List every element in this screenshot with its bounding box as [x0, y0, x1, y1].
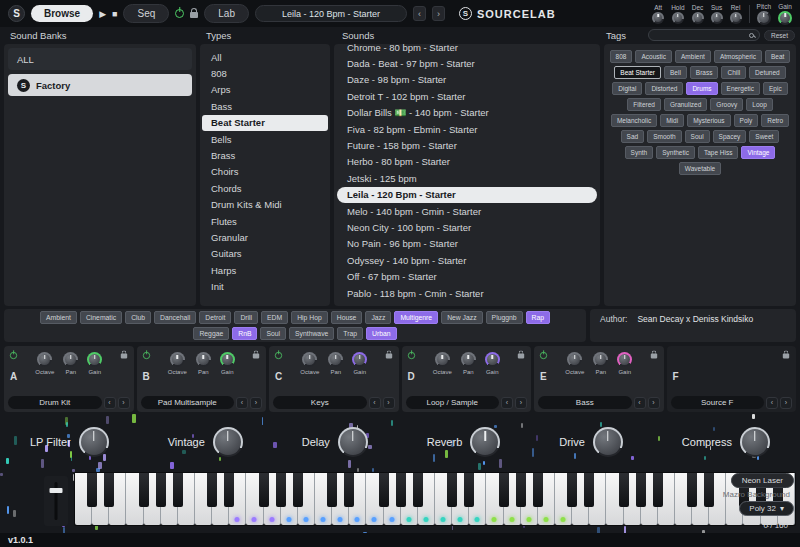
- tag-poly[interactable]: Poly: [734, 114, 759, 127]
- tag-808[interactable]: 808: [610, 50, 633, 63]
- tag-spacey[interactable]: Spacey: [713, 130, 747, 143]
- fader-handle[interactable]: [50, 488, 63, 493]
- sound-item[interactable]: Leila - 120 Bpm - Starter: [337, 187, 597, 203]
- lab-tab[interactable]: Lab: [204, 4, 249, 23]
- tag-energetic[interactable]: Energetic: [721, 82, 760, 95]
- tag-midi[interactable]: Midi: [660, 114, 684, 127]
- sound-item[interactable]: Pablo - 118 bpm - Cmin - Starter: [337, 285, 597, 301]
- pitch-knob[interactable]: [757, 11, 771, 25]
- black-key[interactable]: [567, 473, 577, 507]
- black-key[interactable]: [259, 473, 269, 507]
- channel-knob-gain[interactable]: [352, 352, 367, 367]
- tag-distorted[interactable]: Distorted: [645, 82, 683, 95]
- black-key[interactable]: [224, 473, 234, 507]
- tag-loop[interactable]: Loop: [746, 98, 772, 111]
- play-icon[interactable]: ▶: [99, 9, 106, 19]
- fx-knob-vintage[interactable]: [213, 427, 243, 457]
- black-key[interactable]: [276, 473, 286, 507]
- black-key[interactable]: [139, 473, 149, 507]
- genre-tag-drill[interactable]: Drill: [234, 311, 258, 324]
- tag-epic[interactable]: Epic: [763, 82, 788, 95]
- genre-tag-urban[interactable]: Urban: [366, 327, 397, 340]
- reset-button[interactable]: Reset: [764, 30, 795, 41]
- stop-icon[interactable]: ■: [112, 9, 117, 19]
- fx-knob-compress[interactable]: [740, 427, 770, 457]
- genre-tag-club[interactable]: Club: [125, 311, 151, 324]
- channel-prev-button[interactable]: ‹: [104, 397, 116, 409]
- bank-item-all[interactable]: ALL: [8, 48, 192, 70]
- channel-name[interactable]: Loop / Sample: [406, 396, 500, 409]
- channel-lock-icon[interactable]: [120, 354, 126, 359]
- channel-power-icon[interactable]: [142, 352, 149, 359]
- preset-prev-button[interactable]: ‹: [413, 6, 426, 21]
- black-key[interactable]: [379, 473, 389, 507]
- tag-retro[interactable]: Retro: [761, 114, 789, 127]
- channel-knob-octave[interactable]: [170, 352, 185, 367]
- tag-acoustic[interactable]: Acoustic: [635, 50, 672, 63]
- type-item-all[interactable]: All: [202, 49, 328, 65]
- volume-fader[interactable]: [44, 476, 68, 526]
- sound-item[interactable]: Dollar Bills 💵 - 140 bpm - Starter: [337, 105, 597, 121]
- tag-soul[interactable]: Soul: [685, 130, 710, 143]
- genre-tag-new-jazz[interactable]: New Jazz: [441, 311, 482, 324]
- channel-name[interactable]: Drum Kit: [8, 396, 102, 409]
- type-item-init[interactable]: Init: [202, 278, 328, 294]
- genre-tag-reggae[interactable]: Reggae: [193, 327, 229, 340]
- fx-knob-lp-filter[interactable]: [79, 427, 109, 457]
- sound-item[interactable]: Chrome - 80 bpm - Starter: [337, 44, 597, 55]
- tag-synth[interactable]: Synth: [625, 146, 654, 159]
- tag-chill[interactable]: Chill: [721, 66, 746, 79]
- channel-prev-button[interactable]: ‹: [369, 397, 381, 409]
- sound-item[interactable]: No Pain - 96 bpm - Starter: [337, 236, 597, 252]
- sound-item[interactable]: Future - 158 bpm - Starter: [337, 137, 597, 153]
- channel-name[interactable]: Keys: [273, 396, 367, 409]
- preset-selector[interactable]: Leila - 120 Bpm - Starter: [255, 5, 407, 22]
- genre-tag-synthwave[interactable]: Synthwave: [289, 327, 334, 340]
- black-key[interactable]: [104, 473, 114, 507]
- tag-wavetable[interactable]: Wavetable: [679, 162, 721, 175]
- black-key[interactable]: [636, 473, 646, 507]
- type-item-arps[interactable]: Arps: [202, 82, 328, 98]
- skin-selector[interactable]: Neon Laser: [731, 473, 794, 488]
- tag-sad[interactable]: Sad: [621, 130, 645, 143]
- tag-tape-hiss[interactable]: Tape Hiss: [698, 146, 739, 159]
- black-key[interactable]: [653, 473, 663, 507]
- black-key[interactable]: [704, 473, 714, 507]
- sound-item[interactable]: Jetski - 125 bpm: [337, 170, 597, 186]
- poly-selector[interactable]: Poly 32 ▾: [739, 501, 794, 516]
- channel-lock-icon[interactable]: [385, 354, 391, 359]
- channel-knob-octave[interactable]: [567, 352, 582, 367]
- sound-item[interactable]: Dada - Beat - 97 bpm - Starter: [337, 55, 597, 71]
- channel-name[interactable]: Bass: [538, 396, 632, 409]
- genre-tag-cinematic[interactable]: Cinematic: [80, 311, 122, 324]
- channel-power-icon[interactable]: [540, 352, 547, 359]
- background-selector[interactable]: Mazro Background: [723, 490, 790, 499]
- tag-mysterious[interactable]: Mysterious: [687, 114, 730, 127]
- channel-prev-button[interactable]: ‹: [634, 397, 646, 409]
- channel-next-button[interactable]: ›: [648, 397, 660, 409]
- black-key[interactable]: [687, 473, 697, 507]
- sound-item[interactable]: Odyssey - 140 bpm - Starter: [337, 252, 597, 268]
- genre-tag-ambient[interactable]: Ambient: [40, 311, 77, 324]
- black-key[interactable]: [156, 473, 166, 507]
- genre-tag-edm[interactable]: EDM: [261, 311, 288, 324]
- genre-tag-detroit[interactable]: Detroit: [199, 311, 231, 324]
- channel-next-button[interactable]: ›: [780, 397, 792, 409]
- type-item-granular[interactable]: Granular: [202, 229, 328, 245]
- env-knob-dec[interactable]: [692, 12, 704, 24]
- black-key[interactable]: [207, 473, 217, 507]
- channel-next-button[interactable]: ›: [515, 397, 527, 409]
- tag-beat[interactable]: Beat: [765, 50, 790, 63]
- channel-knob-gain[interactable]: [485, 352, 500, 367]
- tag-digital[interactable]: Digital: [612, 82, 642, 95]
- channel-knob-octave[interactable]: [37, 352, 52, 367]
- tag-drums[interactable]: Drums: [686, 82, 717, 95]
- black-key[interactable]: [619, 473, 629, 507]
- black-key[interactable]: [413, 473, 423, 507]
- channel-lock-icon[interactable]: [650, 354, 656, 359]
- channel-knob-gain[interactable]: [87, 352, 102, 367]
- env-knob-sus[interactable]: [711, 12, 723, 24]
- channel-prev-button[interactable]: ‹: [236, 397, 248, 409]
- type-item-harps[interactable]: Harps: [202, 262, 328, 278]
- type-item-bass[interactable]: Bass: [202, 98, 328, 114]
